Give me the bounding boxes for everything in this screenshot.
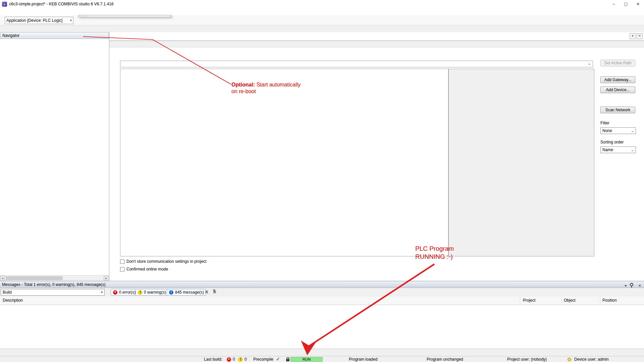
- filter-select[interactable]: None: [600, 127, 636, 134]
- last-build-errors: 0: [233, 357, 235, 362]
- warnings-toggle-button[interactable]: 0 warning(s): [136, 289, 168, 296]
- online-menu: [78, 15, 171, 17]
- menu-bar: [0, 8, 644, 16]
- messages-column-header: Description Project Object Position: [0, 297, 644, 305]
- filter-label: Filter: [600, 121, 609, 125]
- sorting-order-label: Sorting order: [600, 140, 624, 144]
- scan-network-button[interactable]: Scan Network: [600, 107, 635, 113]
- minimize-button[interactable]: –: [608, 0, 620, 8]
- app-icon: ◗: [2, 2, 7, 7]
- tab-list-icon[interactable]: ▾: [630, 33, 636, 39]
- last-build-warnings: 0: [245, 357, 247, 362]
- messages-list: [0, 305, 644, 349]
- device-info-panel: [448, 69, 594, 256]
- bulb-icon: [568, 358, 571, 361]
- tab-strip-background: [0, 25, 644, 32]
- precompile-ok-icon: ✓: [276, 356, 280, 362]
- device-user-label: Device user: admin: [574, 357, 609, 362]
- messages-panel: Messages - Total 1 error(s), 0 warning(s…: [0, 281, 644, 349]
- maximize-button[interactable]: ▢: [620, 0, 632, 8]
- navigator-title: Navigator: [2, 33, 19, 38]
- add-gateway-button[interactable]: Add Gateway...: [600, 76, 635, 83]
- confirmed-online-mode-label: Confirmed online mode: [126, 267, 168, 272]
- messages-filter-row: Build 0 error(s) 0 warning(s) 845 messag…: [0, 288, 644, 297]
- navigator-tree: [0, 39, 109, 276]
- title-bar: ◗ c6c3-simple.project* - KEB COMBIVIS st…: [0, 0, 644, 8]
- sorting-order-select[interactable]: Name: [600, 146, 636, 153]
- confirmed-online-mode-checkbox-row: Confirmed online mode: [120, 267, 168, 272]
- pin-icon[interactable]: [630, 283, 633, 286]
- chevron-down-icon: ▾: [67, 18, 72, 22]
- close-button[interactable]: ✕: [632, 0, 644, 8]
- active-application-combo[interactable]: Application [Device: PLC Logic] ▾: [5, 17, 73, 24]
- messages-panel-header: Messages - Total 1 error(s), 0 warning(s…: [0, 281, 644, 288]
- active-application-label: Application [Device: PLC Logic]: [6, 18, 62, 23]
- warning-icon: [138, 290, 142, 295]
- messages-panel-title: Messages - Total 1 error(s), 0 warning(s…: [2, 282, 106, 287]
- annotation-boot: Optional: Start automatically on re-boot: [231, 81, 301, 95]
- navigator-panel: Navigator ◂ ▸: [0, 32, 109, 281]
- set-active-path-button[interactable]: Set Active Path: [600, 60, 635, 66]
- last-build-label: Last build:: [204, 357, 222, 362]
- lock-icon: [286, 359, 289, 361]
- run-status-badge: RUN: [290, 357, 323, 362]
- project-user-label: Project user: (nobody): [507, 357, 547, 362]
- add-device-button[interactable]: Add Device...: [600, 86, 635, 93]
- communication-settings-page: Set Active Path Add Gateway... Add Devic…: [109, 47, 644, 281]
- error-icon: [113, 290, 117, 295]
- column-project[interactable]: Project: [523, 298, 535, 303]
- program-unchanged-label: Program unchanged: [427, 357, 463, 362]
- column-description[interactable]: Description: [3, 298, 23, 303]
- error-icon: [227, 357, 231, 362]
- clear-all-messages-icon[interactable]: ✕: [213, 289, 217, 295]
- errors-toggle-button[interactable]: 0 error(s): [111, 289, 138, 296]
- dont-store-settings-checkbox-row: Don't store communication settings in pr…: [120, 259, 206, 264]
- network-tree-panel: [120, 69, 448, 256]
- info-icon: [169, 290, 173, 295]
- navigator-hscrollbar[interactable]: ◂ ▸: [0, 275, 109, 281]
- clear-messages-icon[interactable]: ✕: [205, 289, 209, 295]
- device-subtabs: [109, 41, 644, 47]
- status-bar: Last build: 0 0 Precompile ✓ RUN Program…: [0, 356, 644, 362]
- gateway-path-combo[interactable]: [120, 61, 593, 67]
- scroll-left-icon[interactable]: ◂: [0, 276, 5, 281]
- precompile-label: Precompile: [253, 357, 273, 362]
- scroll-right-icon[interactable]: ▸: [104, 276, 109, 281]
- navigator-header: Navigator: [0, 32, 109, 39]
- confirmed-online-mode-checkbox[interactable]: [120, 267, 124, 272]
- messages-toggle-button[interactable]: 845 message(s): [167, 289, 206, 296]
- column-object[interactable]: Object: [564, 298, 576, 303]
- program-loaded-label: Program loaded: [349, 357, 377, 362]
- bottom-tabs: [0, 349, 644, 356]
- warning-icon: [238, 357, 243, 362]
- dont-store-settings-label: Don't store communication settings in pr…: [126, 259, 206, 264]
- annotation-running: PLC Program RUNNING :-): [415, 245, 454, 261]
- dont-store-settings-checkbox[interactable]: [120, 259, 124, 264]
- scrollbar-thumb[interactable]: [6, 276, 63, 280]
- tab-close-icon[interactable]: ✕: [637, 33, 643, 39]
- message-category-combo[interactable]: Build: [1, 289, 105, 296]
- window-title: c6c3-simple.project* - KEB COMBIVIS stud…: [9, 2, 113, 6]
- column-position[interactable]: Position: [602, 298, 617, 303]
